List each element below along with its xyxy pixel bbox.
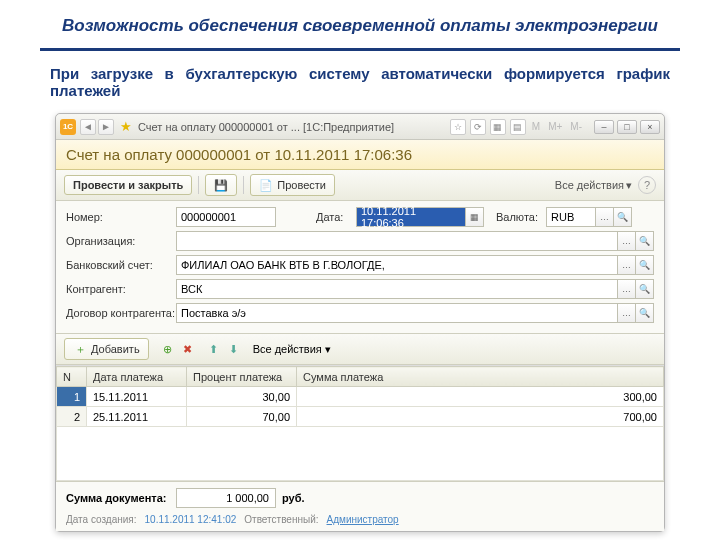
mem-mplus[interactable]: М+ — [546, 121, 564, 132]
resp-value[interactable]: Администратор — [327, 514, 399, 525]
contract-search-button[interactable]: 🔍 — [636, 303, 654, 323]
cell-sum[interactable]: 700,00 — [297, 407, 664, 427]
bank-search-button[interactable]: 🔍 — [636, 255, 654, 275]
counterparty-search-button[interactable]: 🔍 — [636, 279, 654, 299]
post-button[interactable]: 📄Провести — [250, 174, 335, 196]
save-icon: 💾 — [214, 178, 228, 192]
chevron-down-icon: ▾ — [626, 179, 632, 192]
chevron-down-icon: ▾ — [325, 343, 331, 355]
contract-field[interactable]: Поставка э/э — [176, 303, 618, 323]
org-field[interactable] — [176, 231, 618, 251]
app-window: 1C ◄ ► ★ Счет на оплату 000000001 от ...… — [55, 113, 665, 532]
col-date[interactable]: Дата платежа — [87, 367, 187, 387]
sum-unit: руб. — [282, 492, 305, 504]
slide-subtitle: При загрузке в бухгалтерскую систему авт… — [0, 65, 720, 107]
move-up-icon[interactable]: ⬆ — [207, 342, 221, 356]
empty-area — [57, 427, 664, 481]
org-label: Организация: — [66, 235, 176, 247]
col-sum[interactable]: Сумма платежа — [297, 367, 664, 387]
date-label: Дата: — [316, 211, 356, 223]
help-button[interactable]: ? — [638, 176, 656, 194]
currency-label: Валюта: — [496, 211, 546, 223]
close-button[interactable]: × — [640, 120, 660, 134]
counterparty-label: Контрагент: — [66, 283, 176, 295]
star-icon[interactable]: ★ — [120, 119, 132, 134]
calendar-icon[interactable]: ▤ — [510, 119, 526, 135]
mem-mminus[interactable]: М- — [568, 121, 584, 132]
bank-label: Банковский счет: — [66, 259, 176, 271]
history-icon[interactable]: ⟳ — [470, 119, 486, 135]
main-toolbar: Провести и закрыть 💾 📄Провести Все дейст… — [56, 170, 664, 201]
titlebar-right: ☆ ⟳ ▦ ▤ М М+ М- – □ × — [450, 119, 660, 135]
nav-arrows: ◄ ► — [80, 119, 114, 135]
number-label: Номер: — [66, 211, 176, 223]
cell-percent[interactable]: 30,00 — [187, 387, 297, 407]
grid-toolbar: ＋Добавить ⊕ ✖ ⬆ ⬇ Все действия ▾ — [56, 333, 664, 365]
created-value: 10.11.2011 12:41:02 — [145, 514, 237, 525]
table-row[interactable]: 1 15.11.2011 30,00 300,00 — [57, 387, 664, 407]
col-percent[interactable]: Процент платежа — [187, 367, 297, 387]
window-controls: – □ × — [594, 120, 660, 134]
document-header: Счет на оплату 000000001 от 10.11.2011 1… — [56, 140, 664, 170]
date-picker-button[interactable]: ▦ — [466, 207, 484, 227]
footer: Сумма документа: 1 000,00 руб. Дата созд… — [56, 481, 664, 531]
bank-field[interactable]: ФИЛИАЛ ОАО БАНК ВТБ В Г.ВОЛОГДЕ, — [176, 255, 618, 275]
calc-icon[interactable]: ▦ — [490, 119, 506, 135]
maximize-button[interactable]: □ — [617, 120, 637, 134]
payments-grid: N Дата платежа Процент платежа Сумма пла… — [56, 365, 664, 481]
window-title: Счет на оплату 000000001 от ... [1С:Пред… — [138, 121, 394, 133]
slide-title: Возможность обеспечения своевременной оп… — [0, 0, 720, 44]
date-field[interactable]: 10.11.2011 17:06:36 — [356, 207, 466, 227]
post-and-close-button[interactable]: Провести и закрыть — [64, 175, 192, 195]
org-search-button[interactable]: 🔍 — [636, 231, 654, 251]
number-field[interactable]: 000000001 — [176, 207, 276, 227]
favorite-icon[interactable]: ☆ — [450, 119, 466, 135]
cell-date[interactable]: 15.11.2011 — [87, 387, 187, 407]
post-label: Провести — [277, 179, 326, 191]
minimize-button[interactable]: – — [594, 120, 614, 134]
titlebar: 1C ◄ ► ★ Счет на оплату 000000001 от ...… — [56, 114, 664, 140]
sum-label: Сумма документа: — [66, 492, 176, 504]
contract-label: Договор контрагента: — [66, 307, 176, 319]
cell-date[interactable]: 25.11.2011 — [87, 407, 187, 427]
resp-label: Ответственный: — [244, 514, 318, 525]
duplicate-icon[interactable]: ⊕ — [161, 342, 175, 356]
post-icon: 📄 — [259, 178, 273, 192]
created-label: Дата создания: — [66, 514, 137, 525]
sum-field[interactable]: 1 000,00 — [176, 488, 276, 508]
add-button[interactable]: ＋Добавить — [64, 338, 149, 360]
currency-search-button[interactable]: 🔍 — [614, 207, 632, 227]
cell-n[interactable]: 1 — [57, 387, 87, 407]
plus-icon: ＋ — [73, 342, 87, 356]
counterparty-field[interactable]: ВСК — [176, 279, 618, 299]
form-area: Номер: 000000001 Дата: 10.11.2011 17:06:… — [56, 201, 664, 333]
counterparty-more-button[interactable]: … — [618, 279, 636, 299]
all-actions-link[interactable]: Все действия ▾ — [555, 179, 632, 192]
mem-m[interactable]: М — [530, 121, 542, 132]
cell-sum[interactable]: 300,00 — [297, 387, 664, 407]
app-logo-icon: 1C — [60, 119, 76, 135]
move-down-icon[interactable]: ⬇ — [227, 342, 241, 356]
table-row[interactable]: 2 25.11.2011 70,00 700,00 — [57, 407, 664, 427]
cell-n[interactable]: 2 — [57, 407, 87, 427]
org-more-button[interactable]: … — [618, 231, 636, 251]
nav-fwd-icon[interactable]: ► — [98, 119, 114, 135]
grid-all-actions-link[interactable]: Все действия ▾ — [253, 343, 331, 356]
delete-icon[interactable]: ✖ — [181, 342, 195, 356]
contract-more-button[interactable]: … — [618, 303, 636, 323]
cell-percent[interactable]: 70,00 — [187, 407, 297, 427]
save-button[interactable]: 💾 — [205, 174, 237, 196]
bank-more-button[interactable]: … — [618, 255, 636, 275]
col-n[interactable]: N — [57, 367, 87, 387]
currency-field[interactable]: RUB — [546, 207, 596, 227]
nav-back-icon[interactable]: ◄ — [80, 119, 96, 135]
title-underline — [40, 48, 680, 51]
currency-more-button[interactable]: … — [596, 207, 614, 227]
